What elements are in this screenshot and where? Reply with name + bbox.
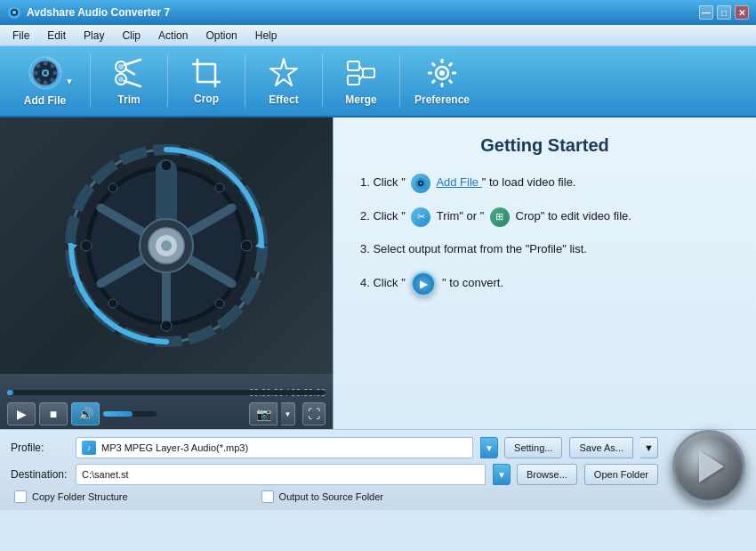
bottom-section: Profile: ♪ MP3 MPEG Layer-3 Audio(*.mp3)… xyxy=(0,429,756,510)
svg-point-7 xyxy=(43,61,47,66)
menu-help[interactable]: Help xyxy=(246,27,286,45)
stop-button[interactable]: ■ xyxy=(39,402,68,425)
step-2-crop-icon: ⊞ xyxy=(490,207,510,227)
svg-point-56 xyxy=(161,240,172,251)
menu-clip[interactable]: Clip xyxy=(113,27,149,45)
merge-button[interactable]: Merge xyxy=(330,50,392,112)
svg-point-21 xyxy=(118,77,124,82)
profile-icon: ♪ xyxy=(82,441,96,455)
preference-button[interactable]: Preference xyxy=(407,50,477,112)
trim-label: Trim xyxy=(117,93,140,106)
profile-input[interactable]: ♪ MP3 MPEG Layer-3 Audio(*.mp3) xyxy=(76,437,473,458)
svg-point-61 xyxy=(81,240,92,251)
save-as-button[interactable]: Save As... xyxy=(569,437,633,458)
main-area: 00:00:00 / 00:00:00 ▶ ■ 🔊 📷 ▼ ⛶ Getting … xyxy=(0,117,756,429)
add-file-label: Add File xyxy=(24,94,66,107)
svg-point-64 xyxy=(215,299,224,308)
volume-slider[interactable] xyxy=(103,411,157,417)
minimize-button[interactable]: — xyxy=(699,5,713,20)
browse-button[interactable]: Browse... xyxy=(517,464,577,485)
menubar: File Edit Play Clip Action Option Help xyxy=(0,25,756,46)
svg-line-19 xyxy=(125,69,135,75)
crop-icon xyxy=(190,57,222,89)
preference-icon xyxy=(425,56,459,90)
trim-icon xyxy=(112,56,146,90)
controls-row: ▶ ■ 🔊 📷 ▼ ⛶ xyxy=(7,401,326,427)
maximize-button[interactable]: □ xyxy=(717,5,731,20)
step-4: 4. Click " ▶ " to convert. xyxy=(360,271,729,296)
app-title: Avdshare Audio Converter 7 xyxy=(27,6,170,19)
copy-folder-checkbox[interactable] xyxy=(14,490,27,503)
seek-bar[interactable] xyxy=(7,390,326,395)
convert-play-icon xyxy=(699,450,724,482)
getting-started-heading: Getting Started xyxy=(360,135,729,156)
svg-rect-30 xyxy=(363,69,374,77)
destination-value: C:\sanet.st xyxy=(82,469,129,480)
svg-rect-36 xyxy=(448,62,454,68)
svg-rect-35 xyxy=(441,59,444,63)
menu-action[interactable]: Action xyxy=(149,27,197,45)
effect-button[interactable]: Effect xyxy=(253,50,315,112)
getting-started-panel: Getting Started 1. Click " Add File " to… xyxy=(334,117,756,429)
step-1-link[interactable]: Add File xyxy=(436,175,481,189)
screenshot-dropdown[interactable]: ▼ xyxy=(281,402,295,425)
bottom-wrapper: Profile: ♪ MP3 MPEG Layer-3 Audio(*.mp3)… xyxy=(0,429,756,510)
profile-row: Profile: ♪ MP3 MPEG Layer-3 Audio(*.mp3)… xyxy=(11,437,658,458)
copy-folder-option: Copy Folder Structure xyxy=(14,490,128,503)
effect-label: Effect xyxy=(269,93,298,106)
step-1-text: 1. Click " Add File " to load video file… xyxy=(360,174,575,193)
svg-rect-37 xyxy=(452,72,456,75)
step-2-text: 2. Click " ✂ Trim" or " ⊞ Crop" to edit … xyxy=(360,207,631,227)
svg-line-18 xyxy=(125,81,141,86)
toolbar: Add File ▼ Trim Crop xyxy=(0,46,756,117)
menu-file[interactable]: File xyxy=(4,27,38,45)
step-3-text: 3. Select output format from the "Profil… xyxy=(360,241,587,257)
step-2: 2. Click " ✂ Trim" or " ⊞ Crop" to edit … xyxy=(360,207,729,227)
svg-rect-40 xyxy=(431,79,437,85)
svg-point-65 xyxy=(215,183,224,192)
add-file-dropdown-arrow: ▼ xyxy=(65,77,74,86)
svg-rect-38 xyxy=(448,79,454,85)
save-as-dropdown[interactable]: ▼ xyxy=(640,437,658,458)
fullscreen-button[interactable]: ⛶ xyxy=(302,402,326,425)
window-controls: — □ ✕ xyxy=(699,5,749,20)
svg-rect-42 xyxy=(431,62,437,68)
step-2-trim-icon: ✂ xyxy=(411,207,430,227)
step-1: 1. Click " Add File " to load video file… xyxy=(360,174,729,193)
svg-point-9 xyxy=(33,71,37,76)
close-button[interactable]: ✕ xyxy=(735,5,749,20)
crop-label: Crop xyxy=(194,93,219,105)
svg-point-8 xyxy=(43,81,47,85)
open-folder-button[interactable]: Open Folder xyxy=(584,464,658,485)
screenshot-button[interactable]: 📷 xyxy=(249,402,277,425)
trim-button[interactable]: Trim xyxy=(98,50,160,112)
menu-play[interactable]: Play xyxy=(75,27,113,45)
profile-dropdown-arrow[interactable]: ▼ xyxy=(480,437,498,458)
output-source-checkbox[interactable] xyxy=(261,490,274,503)
volume-button[interactable]: 🔊 xyxy=(71,402,100,425)
toolbar-divider-1 xyxy=(90,54,91,108)
merge-label: Merge xyxy=(345,93,376,106)
volume-fill xyxy=(103,411,133,417)
svg-point-2 xyxy=(12,11,16,14)
convert-button[interactable] xyxy=(672,430,745,503)
film-reel-graphic xyxy=(64,143,269,348)
destination-label: Destination: xyxy=(11,468,68,481)
destination-dropdown-arrow[interactable]: ▼ xyxy=(493,464,511,485)
destination-row: Destination: C:\sanet.st ▼ Browse... Ope… xyxy=(11,464,658,485)
settings-button[interactable]: Setting... xyxy=(504,437,562,458)
svg-rect-41 xyxy=(428,72,432,75)
menu-option[interactable]: Option xyxy=(197,27,245,45)
app-icon xyxy=(7,5,21,20)
add-file-button[interactable]: Add File ▼ xyxy=(7,50,83,112)
destination-input[interactable]: C:\sanet.st xyxy=(76,464,486,485)
svg-point-34 xyxy=(439,70,445,76)
play-button[interactable]: ▶ xyxy=(7,402,36,425)
merge-icon xyxy=(344,56,378,90)
menu-edit[interactable]: Edit xyxy=(38,27,75,45)
toolbar-divider-3 xyxy=(245,54,245,108)
titlebar: Avdshare Audio Converter 7 — □ ✕ xyxy=(0,0,756,25)
crop-button[interactable]: Crop xyxy=(175,50,237,112)
effect-icon xyxy=(267,56,301,90)
step-4-convert-icon: ▶ xyxy=(411,271,436,296)
